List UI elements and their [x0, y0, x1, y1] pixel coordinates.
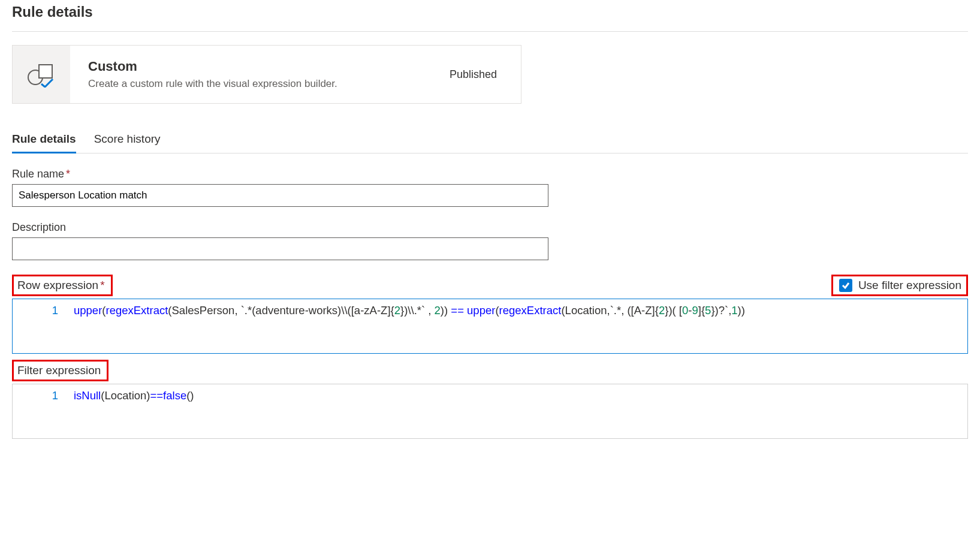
- page-title: Rule details: [12, 0, 968, 20]
- card-title: Custom: [88, 59, 450, 74]
- filter-expression-label: Filter expression: [12, 360, 108, 381]
- use-filter-expression-checkbox[interactable]: Use filter expression: [831, 275, 968, 296]
- row-expression-label: Row expression*: [12, 275, 113, 296]
- svg-rect-1: [39, 65, 52, 78]
- row-expression-editor[interactable]: 1 upper(regexExtract(SalesPerson, `.*(ad…: [12, 299, 968, 354]
- use-filter-expression-label: Use filter expression: [858, 279, 961, 292]
- rule-name-label: Rule name*: [12, 168, 968, 180]
- row-expression-code[interactable]: upper(regexExtract(SalesPerson, `.*(adve…: [68, 299, 967, 353]
- tab-score-history[interactable]: Score history: [94, 130, 161, 153]
- tab-bar: Rule details Score history: [12, 130, 968, 153]
- divider: [12, 31, 968, 32]
- required-asterisk: *: [66, 168, 70, 180]
- checkbox-checked-icon: [839, 279, 852, 292]
- rule-type-card: Custom Create a custom rule with the vis…: [12, 45, 521, 104]
- description-input[interactable]: [12, 237, 548, 260]
- row-editor-gutter: 1: [13, 299, 68, 353]
- filter-expression-code[interactable]: isNull(Location)==false(): [68, 384, 967, 438]
- card-status: Published: [450, 68, 503, 81]
- rule-name-input[interactable]: [12, 184, 548, 207]
- custom-rule-icon: [13, 46, 70, 103]
- description-label: Description: [12, 221, 968, 234]
- tab-rule-details[interactable]: Rule details: [12, 130, 76, 153]
- filter-expression-editor[interactable]: 1 isNull(Location)==false(): [12, 384, 968, 439]
- filter-editor-gutter: 1: [13, 384, 68, 438]
- card-description: Create a custom rule with the visual exp…: [88, 78, 450, 90]
